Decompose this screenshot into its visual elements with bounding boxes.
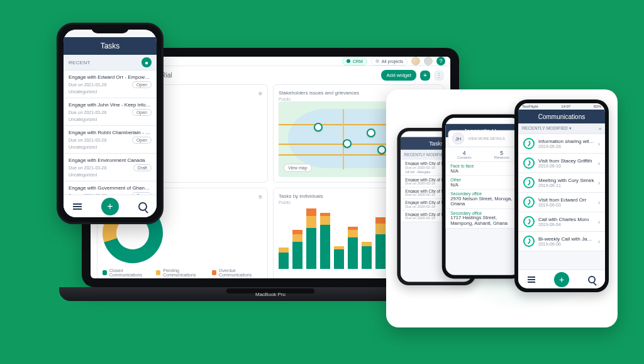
chat-icon <box>523 216 535 227</box>
profile-tabs[interactable]: 4Contacts 5Relations <box>445 148 520 162</box>
menu-icon[interactable] <box>73 203 82 210</box>
help-icon[interactable]: ? <box>436 57 445 65</box>
item-date: 2019-09-10 <box>538 164 594 168</box>
status-time: 14:07 <box>561 105 570 108</box>
status-chip[interactable]: Open <box>132 109 152 116</box>
task-title: Engage with Government of Ghana - Public… <box>69 185 152 191</box>
item-title: Bi-weekly Call with James Clough <box>538 236 594 242</box>
list-item[interactable]: Bi-weekly Call with James Clough 2019-09… <box>518 232 605 251</box>
list-item[interactable]: Visit from Stacey Griffith 2019-09-10 › <box>518 154 605 173</box>
section-header: RECENT ● <box>64 55 157 71</box>
mini-header: Communications <box>518 110 605 123</box>
chevron-down-icon[interactable]: ▾ <box>569 126 572 130</box>
chevron-right-icon[interactable]: › <box>598 238 600 245</box>
section-label: RECENT <box>69 60 91 65</box>
bottom-bar: + <box>518 270 605 288</box>
bar <box>306 208 316 269</box>
task-title: Engage with Edward Orr - Empower positi.… <box>69 74 152 80</box>
legend-item: Overdue Communications <box>219 268 262 277</box>
profile-field: Secondary office 2970 Nelson Street, Mor… <box>445 190 520 209</box>
mobile-header: Tasks <box>64 37 157 55</box>
card-menu-icon[interactable]: ≡ <box>258 193 262 200</box>
list-item[interactable]: Engage with Environment Canada Due on 20… <box>64 154 157 181</box>
list-item[interactable]: Engage with John Vine - Keep informed ot… <box>64 98 157 126</box>
task-due: Due on 2021-03-28 <box>69 138 106 142</box>
item-title: Meeting with Cory Simek <box>538 178 594 183</box>
chart-legend: Closed Communications Pending Communicat… <box>103 268 262 277</box>
menu-icon[interactable]: ≡ <box>599 127 601 131</box>
chevron-right-icon[interactable]: › <box>598 199 600 206</box>
map-pin-icon[interactable] <box>314 123 323 132</box>
profile-card[interactable]: JH VIEW MORE DETAILS <box>448 130 518 147</box>
field-key: Secondary office <box>450 191 516 196</box>
task-due: Due on 2020-02-19 <box>405 166 435 170</box>
profile-fields: Face to face N/A Other N/A Secondary off… <box>445 162 520 275</box>
search-icon[interactable] <box>138 202 147 211</box>
profile-field: Face to face N/A <box>445 162 520 176</box>
task-list[interactable]: Engage with Edward Orr - Empower positi.… <box>64 71 157 195</box>
list-item[interactable]: Engage with Edward Orr - Empower positi.… <box>64 71 157 98</box>
avatar-2[interactable] <box>424 57 433 65</box>
card-menu-icon[interactable]: ≡ <box>258 90 262 97</box>
chat-icon <box>523 236 535 247</box>
task-due: Due on 2021-03-28 <box>69 110 106 115</box>
status-chip[interactable]: Open <box>132 81 152 88</box>
chevron-right-icon[interactable]: › <box>598 140 600 147</box>
task-due: Due on 2020-02-19 <box>405 181 435 185</box>
chevron-right-icon[interactable]: › <box>598 160 600 167</box>
item-title: Visit from Stacey Griffith <box>538 158 594 164</box>
task-due: Due on 2021-03-28 <box>69 82 106 87</box>
bar <box>348 227 358 269</box>
bottom-bar: + <box>64 195 157 217</box>
kebab-icon[interactable]: ⋮ <box>434 71 444 81</box>
communications-list[interactable]: Information sharing with Jeannette Hanse… <box>518 134 605 270</box>
status-chip[interactable]: Open <box>132 137 152 144</box>
topbar-pill-allprojects[interactable]: All projects <box>371 57 408 65</box>
section-add-button[interactable]: ● <box>142 57 152 67</box>
item-title: Call with Charles Moro <box>538 217 594 222</box>
avatar: JH <box>452 132 464 144</box>
menu-icon[interactable] <box>528 276 535 283</box>
chat-icon <box>523 138 535 149</box>
view-more-link[interactable]: VIEW MORE DETAILS <box>468 137 505 140</box>
bar <box>320 213 330 269</box>
field-value: N/A <box>450 182 516 188</box>
task-title: Engage with Robbi Chamberlain - Keep inf… <box>69 130 152 135</box>
list-item[interactable]: Visit from Edward Orr 2019-09-03 › <box>518 193 605 212</box>
topbar-pill-crm[interactable]: CRM <box>342 57 367 65</box>
list-item[interactable]: Meeting with Cory Simek 2019-09-11 › <box>518 173 605 193</box>
list-item[interactable]: Engage with Robbi Chamberlain - Keep inf… <box>64 126 157 154</box>
bar <box>279 247 289 269</box>
field-value: N/A <box>450 168 516 174</box>
chevron-right-icon[interactable]: › <box>598 219 600 225</box>
list-item[interactable]: Information sharing with Jeannette Hanse… <box>518 134 605 154</box>
field-value: 2970 Nelson Street, Moroga, Ghana <box>450 196 516 207</box>
tab-contacts[interactable]: 4Contacts <box>445 148 483 161</box>
item-title: Information sharing with Jeannette Hanse… <box>538 139 594 144</box>
laptop-brand: MacBook Pro <box>255 292 286 297</box>
map-pin-icon[interactable] <box>377 145 386 154</box>
bar <box>334 246 344 269</box>
bar <box>375 217 386 269</box>
list-item[interactable]: Call with Charles Moro 2019-09-04 › <box>518 212 605 232</box>
map-pin-icon[interactable] <box>343 139 352 148</box>
fab-add-button[interactable]: + <box>554 272 569 287</box>
status-chip[interactable]: Draft <box>133 164 152 171</box>
task-title: Engage with John Vine - Keep informed ot… <box>69 102 152 108</box>
mini-phone-profile: Jeannette H JH VIEW MORE DETAILS 4Contac… <box>442 114 525 278</box>
legend-item: Closed Communications <box>109 268 150 277</box>
add-widget-button[interactable]: Add widget <box>381 70 416 81</box>
chevron-right-icon[interactable]: › <box>598 179 600 186</box>
map-pin-icon[interactable] <box>367 128 375 137</box>
search-icon[interactable] <box>588 276 596 283</box>
task-due: Due on 2020-02-19 <box>405 217 435 220</box>
chat-icon <box>523 177 535 188</box>
list-item[interactable]: Engage with Government of Ghana - Public… <box>64 181 157 195</box>
bar <box>292 230 303 269</box>
chat-icon <box>523 196 535 208</box>
add-button[interactable]: + <box>420 71 430 81</box>
field-key: Other <box>450 178 516 182</box>
avatar-1[interactable] <box>411 57 420 65</box>
view-map-button[interactable]: View map <box>284 164 312 172</box>
fab-add-button[interactable]: + <box>101 198 119 215</box>
